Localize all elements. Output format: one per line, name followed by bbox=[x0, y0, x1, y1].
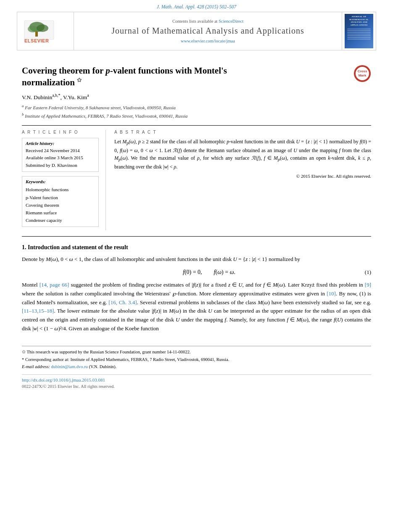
cover-decoration bbox=[347, 29, 371, 40]
svg-rect-4 bbox=[35, 32, 38, 37]
abstract-header: A B S T R A C T bbox=[114, 130, 371, 134]
footnotes-section: ✩ This research was supported by the Rus… bbox=[22, 346, 371, 370]
issn-line: 0022-247X/© 2015 Elsevier Inc. All right… bbox=[22, 384, 371, 389]
title-area: Covering theorem for p-valent functions … bbox=[22, 65, 371, 89]
info-abstract-section: A R T I C L E I N F O Article history: R… bbox=[22, 130, 371, 230]
author1-sup: a,b,* bbox=[52, 93, 60, 97]
history-title: Article history: bbox=[26, 141, 95, 146]
elsevier-logo-area: ELSEVIER bbox=[17, 12, 74, 50]
divider-1 bbox=[22, 125, 371, 126]
ref-14-link[interactable]: [14, page 66] bbox=[40, 282, 69, 288]
crossmark-icon: Cross Mark bbox=[353, 65, 371, 82]
section-1-para-1: Denote by M(ω), 0 < ω < 1, the class of … bbox=[22, 255, 371, 264]
svg-text:Cross: Cross bbox=[358, 69, 367, 73]
abstract-text: Let Mp(ω), p ≥ 2 stand for the class of … bbox=[114, 138, 371, 171]
ref-9-link[interactable]: [9] bbox=[365, 282, 371, 288]
cover-title-text: Journal ofMathematicalAnalysis andApplic… bbox=[349, 16, 369, 26]
keyword-1: Holomorphic functions bbox=[26, 186, 95, 193]
journal-title-area: Contents lists available at ScienceDirec… bbox=[74, 12, 342, 50]
divider-2 bbox=[22, 236, 371, 237]
keywords-title: Keywords: bbox=[26, 179, 95, 184]
keywords-box: Keywords: Holomorphic functions p-Valent… bbox=[22, 176, 99, 227]
article-info-column: A R T I C L E I N F O Article history: R… bbox=[22, 130, 106, 230]
keyword-4: Riemann surface bbox=[26, 209, 95, 216]
main-content: Covering theorem for p-valent functions … bbox=[0, 50, 393, 397]
keyword-2: p-Valent function bbox=[26, 194, 95, 201]
article-history-box: Article history: Received 24 November 20… bbox=[22, 138, 99, 172]
journal-reference: J. Math. Anal. Appl. 428 (2015) 502–507 bbox=[0, 0, 393, 12]
doi-link[interactable]: http://dx.doi.org/10.1016/j.jmaa.2015.03… bbox=[22, 377, 105, 382]
keyword-3: Covering theorem bbox=[26, 201, 95, 209]
sciencedirect-link[interactable]: ScienceDirect bbox=[219, 19, 243, 24]
journal-cover-area: Journal ofMathematicalAnalysis andApplic… bbox=[342, 12, 376, 50]
email-link[interactable]: dubinin@iam.dvo.ru bbox=[51, 364, 88, 369]
affiliations: a Far Eastern Federal University, 8 Sukh… bbox=[22, 103, 371, 120]
ref-11-18-link[interactable]: [11–13,15–18] bbox=[22, 308, 54, 314]
journal-title: Journal of Mathematical Analysis and App… bbox=[111, 26, 304, 36]
equation-1: f(0) = 0, f(ω) = ω. (1) bbox=[47, 269, 371, 276]
authors-line: V.N. Dubinina,b,*, V.Yu. Kima bbox=[22, 93, 371, 101]
author1-name: V.N. Dubinin bbox=[22, 94, 52, 100]
section-1-para-2: Montel [14, page 66] suggested the probl… bbox=[22, 281, 371, 333]
journal-cover-thumbnail: Journal ofMathematicalAnalysis andApplic… bbox=[345, 14, 373, 48]
article-title: Covering theorem for p-valent functions … bbox=[22, 65, 371, 89]
svg-text:ELSEVIER: ELSEVIER bbox=[24, 38, 49, 43]
journal-header: ELSEVIER Contents lists available at Sci… bbox=[17, 12, 376, 50]
svg-text:Mark: Mark bbox=[359, 74, 367, 77]
footnote-3: E-mail address: dubinin@iam.dvo.ru (V.N.… bbox=[22, 363, 371, 370]
svg-point-2 bbox=[28, 26, 38, 32]
received-date: Received 24 November 2014 bbox=[26, 147, 95, 155]
eq1-number: (1) bbox=[365, 269, 371, 276]
crossmark-area: Cross Mark bbox=[353, 65, 371, 84]
submitted-by: Submitted by D. Khavinson bbox=[26, 162, 95, 169]
abstract-column: A B S T R A C T Let Mp(ω), p ≥ 2 stand f… bbox=[114, 130, 371, 230]
eq1-left: f(0) = 0, bbox=[183, 269, 202, 276]
sciencedirect-text: Contents lists available at ScienceDirec… bbox=[172, 19, 243, 24]
journal-url: www.elsevier.com/locate/jmaa bbox=[181, 39, 235, 43]
svg-point-3 bbox=[37, 24, 48, 32]
footnote-2: * Corresponding author at: Institute of … bbox=[22, 356, 371, 363]
section-1-title: 1. Introduction and statement of the res… bbox=[22, 244, 371, 251]
doi-section: http://dx.doi.org/10.1016/j.jmaa.2015.03… bbox=[22, 374, 371, 389]
keyword-5: Condenser capacity bbox=[26, 216, 95, 224]
available-date: Available online 3 March 2015 bbox=[26, 154, 95, 162]
ref-10-link[interactable]: [10] bbox=[327, 290, 336, 297]
author2-sup: a bbox=[87, 93, 89, 97]
ref-16-link[interactable]: [16, Ch. 3.4] bbox=[108, 299, 137, 306]
footnote-1: ✩ This research was supported by the Rus… bbox=[22, 349, 371, 356]
eq1-right: f(ω) = ω. bbox=[214, 269, 235, 276]
article-info-header: A R T I C L E I N F O bbox=[22, 130, 99, 134]
copyright-line: © 2015 Elsevier Inc. All rights reserved… bbox=[114, 174, 371, 179]
elsevier-logo-svg: ELSEVIER bbox=[22, 16, 69, 46]
